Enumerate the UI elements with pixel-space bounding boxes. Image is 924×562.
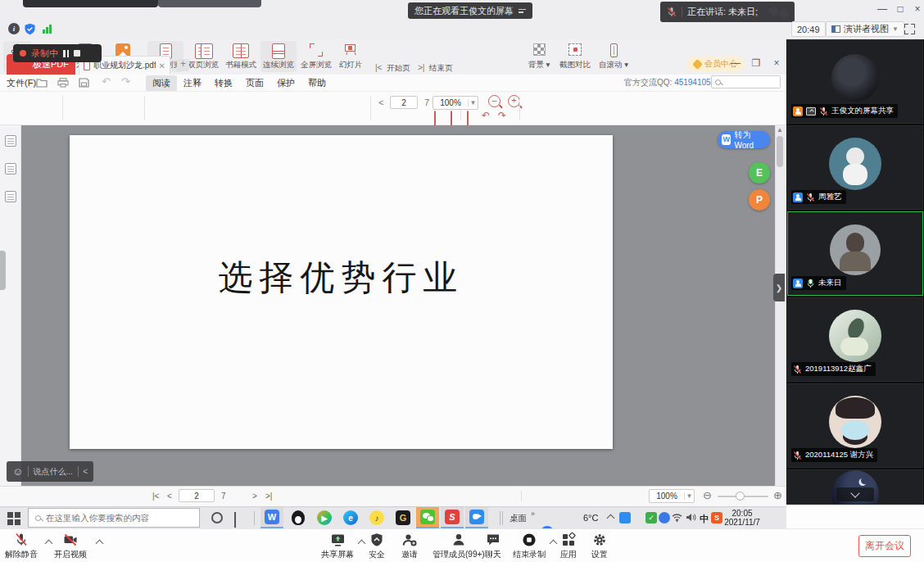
sb-first-page-button[interactable]: |<: [152, 492, 159, 501]
menu-file[interactable]: 文件(F): [7, 77, 36, 89]
annotations-panel-icon[interactable]: [5, 163, 16, 174]
taskbar-edge-icon[interactable]: e: [339, 507, 362, 528]
pdf-page[interactable]: 选择优势行业: [70, 135, 613, 449]
meeting-info-icon[interactable]: i: [8, 23, 20, 34]
window-maximize-button[interactable]: □: [893, 3, 908, 15]
last-page-icon[interactable]: >|: [418, 63, 424, 72]
video-options-caret[interactable]: [96, 540, 104, 548]
zoom-select[interactable]: 100% ▼: [433, 96, 478, 110]
sb-page-input[interactable]: [179, 489, 215, 502]
tray-volume-icon[interactable]: [686, 513, 696, 522]
pdf-minimize-button[interactable]: —: [729, 57, 742, 69]
apps-button[interactable]: 应用: [560, 533, 577, 560]
audio-options-caret[interactable]: [45, 540, 53, 548]
stop-recording-button[interactable]: [74, 50, 80, 57]
bookmarks-panel-icon[interactable]: [5, 191, 16, 202]
chat-placeholder[interactable]: 说点什么...: [34, 466, 73, 478]
leave-meeting-button[interactable]: 离开会议: [858, 535, 911, 557]
desktop-toolbar-label[interactable]: 桌面: [510, 513, 527, 524]
tray-meeting-icon[interactable]: [619, 512, 631, 523]
participant-tile[interactable]: 周雅艺: [787, 125, 923, 210]
window-close-button[interactable]: ×: [910, 3, 924, 15]
prev-page-button[interactable]: <: [378, 97, 383, 107]
participant-tile[interactable]: 2020114125 谢方兴: [787, 383, 923, 468]
taskbar-wps-icon[interactable]: W: [260, 507, 283, 528]
page-number-input[interactable]: [390, 96, 418, 109]
tool-screenshot-compare[interactable]: 截图对比: [557, 41, 593, 72]
taskbar-jisu-pdf-icon[interactable]: S: [441, 507, 464, 528]
tray-security-shield-icon[interactable]: ✓: [645, 512, 657, 523]
stop-recording-button[interactable]: 结束录制: [513, 533, 546, 560]
zoom-out-icon[interactable]: –: [488, 95, 500, 107]
print-icon[interactable]: [57, 78, 69, 88]
tool-auto-scroll[interactable]: 自滚动 ▾: [596, 41, 631, 72]
hidden-icons-chevron[interactable]: [607, 514, 615, 523]
tray-ime-icon[interactable]: 中: [700, 513, 709, 525]
participant-tile-partial[interactable]: [787, 469, 923, 505]
connection-shield-icon[interactable]: [24, 23, 36, 35]
security-button[interactable]: 安全: [369, 533, 385, 560]
chat-quick-input[interactable]: ☺ 说点什么... <: [7, 461, 93, 482]
task-view-icon[interactable]: [234, 512, 236, 528]
tool-full-screen[interactable]: 全屏浏览: [298, 41, 334, 72]
settings-button[interactable]: 设置: [591, 533, 608, 560]
sb-zoom-in-icon[interactable]: ⊕: [773, 489, 782, 501]
pdf-restore-button[interactable]: ❐: [750, 57, 763, 69]
scroll-up-arrow[interactable]: ▲: [777, 127, 783, 134]
rotate-right-icon[interactable]: ↷: [498, 110, 506, 121]
share-options-caret[interactable]: [358, 540, 366, 548]
tray-blue-app-icon[interactable]: [659, 512, 670, 523]
taskbar-g-app-icon[interactable]: G: [392, 507, 414, 528]
taskbar-qq-music-icon[interactable]: ♪: [365, 507, 388, 528]
tool-slideshow[interactable]: 幻灯片: [336, 41, 365, 72]
left-panel-handle[interactable]: [0, 251, 6, 290]
zoom-in-icon[interactable]: +: [508, 95, 520, 107]
save-icon[interactable]: [79, 78, 89, 88]
undo-icon[interactable]: ↶: [102, 75, 111, 88]
first-page-icon[interactable]: |<: [375, 63, 382, 72]
new-tab-button[interactable]: +: [177, 59, 189, 71]
zoom-slider-knob[interactable]: [736, 492, 745, 501]
start-button[interactable]: [7, 512, 20, 525]
vertical-scrollbar[interactable]: [775, 125, 785, 486]
menu-protect[interactable]: 保护: [277, 77, 295, 89]
tab-close-icon[interactable]: ✕: [159, 61, 165, 70]
record-options-caret[interactable]: [550, 540, 558, 548]
tool-continuous[interactable]: 连续浏览: [260, 41, 297, 72]
float-convert-word-button[interactable]: W 转为Word: [718, 131, 770, 148]
sb-zoom-select[interactable]: 100%▼: [649, 489, 695, 503]
desktop-toolbar-expand-icon[interactable]: »: [531, 510, 535, 518]
first-page-label[interactable]: 开始页: [387, 63, 410, 74]
taskbar-wechat-icon[interactable]: [416, 507, 439, 528]
sb-next-page-button[interactable]: >: [252, 492, 257, 501]
float-convert-excel-button[interactable]: E: [749, 162, 770, 184]
start-video-button[interactable]: 开启视频: [54, 533, 87, 560]
float-convert-ppt-button[interactable]: P: [749, 189, 770, 211]
pause-recording-button[interactable]: [63, 50, 69, 57]
toast-list-icon[interactable]: [519, 9, 526, 13]
tool-background[interactable]: 背景 ▾: [524, 41, 554, 72]
taskbar-tencent-video-icon[interactable]: ▶: [313, 507, 336, 528]
taskbar-qq-icon[interactable]: [287, 507, 310, 528]
right-panel-handle[interactable]: ❯: [773, 274, 785, 301]
fit-page-icon[interactable]: [467, 111, 469, 126]
tool-double-page[interactable]: 双页浏览: [185, 41, 221, 72]
sb-last-page-button[interactable]: >|: [265, 492, 272, 501]
view-mode-selector[interactable]: 演讲者视图 ▼: [826, 21, 904, 37]
cortana-icon[interactable]: [211, 512, 223, 523]
menu-convert[interactable]: 转换: [215, 77, 233, 89]
unmute-button[interactable]: 解除静音: [5, 533, 38, 560]
taskbar-search-input[interactable]: [46, 513, 185, 523]
menu-read[interactable]: 阅读: [146, 75, 177, 91]
window-minimize-button[interactable]: —: [875, 3, 890, 15]
taskbar-meeting-icon[interactable]: [465, 507, 488, 528]
rotate-left-icon[interactable]: ↶: [482, 110, 490, 121]
menu-help[interactable]: 帮助: [308, 77, 326, 89]
tray-network-icon[interactable]: [672, 513, 682, 522]
redo-icon[interactable]: ↷: [121, 75, 130, 88]
scrollbar-thumb[interactable]: [777, 136, 783, 167]
document-area[interactable]: 选择优势行业: [21, 125, 775, 486]
fullscreen-icon[interactable]: [904, 24, 915, 34]
chat-button[interactable]: 聊天: [485, 533, 501, 560]
participant-tile-speaking[interactable]: 未来日: [787, 211, 923, 296]
